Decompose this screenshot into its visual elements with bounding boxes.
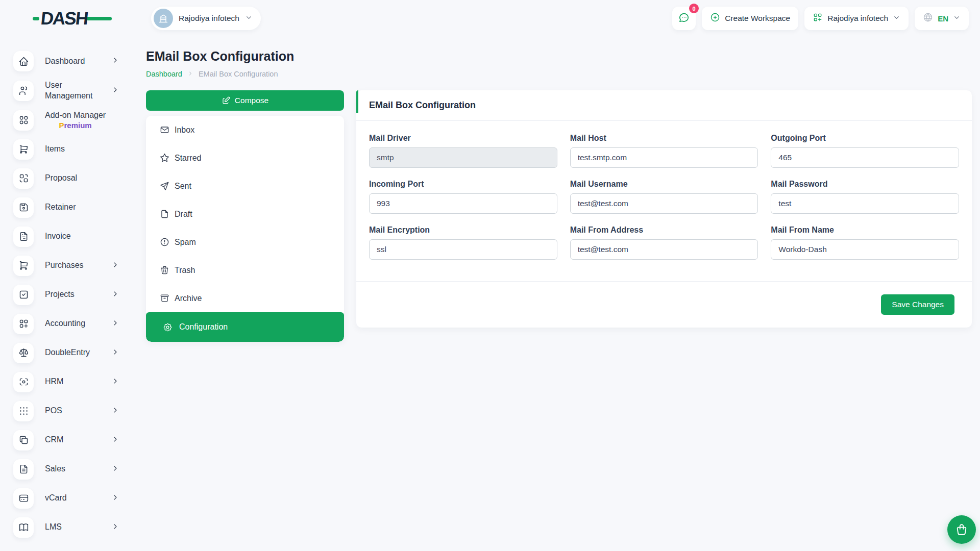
compose-button[interactable]: Compose bbox=[146, 90, 344, 111]
compose-label: Compose bbox=[235, 96, 268, 105]
sidebar-item-label: Projects bbox=[45, 289, 75, 300]
form-field-incoming-port: Incoming Port bbox=[369, 180, 557, 214]
sidebar-item-projects[interactable]: Projects bbox=[13, 285, 119, 305]
mail-folder-spam[interactable]: Spam bbox=[146, 228, 344, 256]
sidebar-item-items[interactable]: Items bbox=[13, 139, 119, 160]
sidebar-item-label: Retainer bbox=[45, 202, 76, 213]
home-icon bbox=[13, 51, 34, 71]
send-icon bbox=[160, 181, 169, 191]
mail-folder-draft[interactable]: Draft bbox=[146, 200, 344, 228]
mail-folder-label: Draft bbox=[175, 210, 192, 219]
mail-icon bbox=[160, 125, 169, 135]
sidebar-item-accounting[interactable]: Accounting bbox=[13, 314, 119, 334]
floating-shop-button[interactable] bbox=[947, 515, 976, 544]
workspace-selector-label: Rajodiya infotech bbox=[179, 14, 239, 23]
mail-folder-label: Sent bbox=[175, 182, 191, 191]
field-label: Mail Password bbox=[771, 180, 959, 189]
mail-folder-trash[interactable]: Trash bbox=[146, 256, 344, 284]
mail-folder-sent[interactable]: Sent bbox=[146, 172, 344, 200]
sidebar-item-sales[interactable]: Sales bbox=[13, 459, 119, 480]
create-workspace-button[interactable]: Create Workspace bbox=[702, 7, 798, 30]
field-label: Mail Host bbox=[570, 134, 758, 143]
workspace-menu-button[interactable]: Rajodiya infotech bbox=[804, 7, 909, 30]
edit-icon bbox=[222, 96, 231, 105]
sidebar-item-lms[interactable]: LMS bbox=[13, 517, 119, 538]
dots-grid-icon bbox=[13, 401, 34, 421]
app-logo[interactable]: DASH bbox=[0, 8, 151, 29]
card-title: EMail Box Configuration bbox=[369, 100, 476, 110]
mail-password-input[interactable] bbox=[771, 193, 959, 214]
form-field-mail-username: Mail Username bbox=[570, 180, 758, 214]
globe-icon bbox=[923, 12, 933, 22]
sidebar-item-invoice[interactable]: Invoice bbox=[13, 227, 119, 247]
mail-folder-inbox[interactable]: Inbox bbox=[146, 116, 344, 144]
field-label: Mail Encryption bbox=[369, 226, 557, 235]
chevron-down-icon bbox=[245, 14, 253, 23]
mail-from-name-input[interactable] bbox=[771, 239, 959, 260]
incoming-port-input[interactable] bbox=[369, 193, 557, 214]
outgoing-port-input[interactable] bbox=[771, 147, 959, 168]
logo-dash-accent bbox=[86, 17, 112, 20]
mail-folder-starred[interactable]: Starred bbox=[146, 144, 344, 172]
save-changes-button[interactable]: Save Changes bbox=[881, 294, 954, 315]
create-workspace-label: Create Workspace bbox=[725, 14, 790, 23]
field-label: Mail Driver bbox=[369, 134, 557, 143]
mail-from-address-input[interactable] bbox=[570, 239, 758, 260]
mail-folder-archive[interactable]: Archive bbox=[146, 284, 344, 312]
sidebar-item-label: Invoice bbox=[45, 231, 71, 242]
users-icon bbox=[13, 81, 34, 101]
main-sidebar: DashboardUser ManagementAdd-on ManagerPr… bbox=[0, 37, 146, 546]
transform-icon bbox=[13, 168, 34, 189]
sidebar-item-purchases[interactable]: Purchases bbox=[13, 256, 119, 276]
email-config-card: EMail Box Configuration Mail DriverMail … bbox=[356, 90, 972, 328]
floppy-icon bbox=[13, 197, 34, 218]
archive-icon bbox=[160, 293, 169, 303]
card-header: EMail Box Configuration bbox=[356, 90, 972, 121]
mail-host-input[interactable] bbox=[570, 147, 758, 168]
building-icon bbox=[158, 13, 168, 23]
sidebar-item-label: POS bbox=[45, 406, 62, 416]
sidebar-item-label: Add-on ManagerPremium bbox=[45, 110, 106, 131]
sidebar-item-doubleentry[interactable]: DoubleEntry bbox=[13, 343, 119, 363]
sidebar-item-crm[interactable]: CRM bbox=[13, 430, 119, 450]
sidebar-item-vcard[interactable]: vCard bbox=[13, 488, 119, 509]
plus-circle-icon bbox=[710, 12, 720, 22]
mail-folder-label: Inbox bbox=[175, 126, 194, 135]
form-field-outgoing-port: Outgoing Port bbox=[771, 134, 959, 168]
sidebar-item-hrm[interactable]: HRM bbox=[13, 372, 119, 392]
workspace-selector[interactable]: Rajodiya infotech bbox=[151, 7, 261, 30]
chevron-right-icon bbox=[111, 56, 119, 66]
file-invoice-icon bbox=[13, 227, 34, 247]
grid-plus-icon bbox=[813, 12, 823, 22]
mail-encryption-input[interactable] bbox=[369, 239, 557, 260]
breadcrumb-link-dashboard[interactable]: Dashboard bbox=[146, 70, 182, 78]
form-field-mail-driver: Mail Driver bbox=[369, 134, 557, 168]
field-label: Mail From Address bbox=[570, 226, 758, 235]
form-field-mail-host: Mail Host bbox=[570, 134, 758, 168]
chevron-right-icon bbox=[111, 290, 119, 300]
trash-icon bbox=[160, 265, 169, 275]
sidebar-item-label: Proposal bbox=[45, 173, 77, 184]
sidebar-item-dashboard[interactable]: Dashboard bbox=[13, 51, 119, 71]
mail-folders-card: InboxStarredSentDraftSpamTrashArchiveCon… bbox=[146, 116, 344, 342]
chevron-right-icon bbox=[111, 348, 119, 358]
premium-badge: Premium bbox=[45, 120, 106, 131]
sidebar-item-pos[interactable]: POS bbox=[13, 401, 119, 421]
field-label: Mail From Name bbox=[771, 226, 959, 235]
sidebar-item-label: DoubleEntry bbox=[45, 347, 90, 358]
sidebar-item-retainer[interactable]: Retainer bbox=[13, 197, 119, 218]
mail-username-input[interactable] bbox=[570, 193, 758, 214]
chevron-right-icon bbox=[111, 261, 119, 271]
chat-icon bbox=[678, 12, 690, 23]
sidebar-item-add-on-manager[interactable]: Add-on ManagerPremium bbox=[13, 110, 119, 131]
workspace-menu-label: Rajodiya infotech bbox=[827, 14, 888, 23]
mail-folder-configuration[interactable]: Configuration bbox=[146, 312, 344, 342]
mail-driver-input bbox=[369, 147, 557, 168]
language-selector[interactable]: EN bbox=[915, 7, 969, 30]
chat-button[interactable]: 0 bbox=[672, 7, 696, 30]
cart-icon bbox=[13, 256, 34, 276]
grid-plus-icon bbox=[13, 314, 34, 334]
sidebar-item-user-management[interactable]: User Management bbox=[13, 80, 119, 102]
logo-text: DASH bbox=[40, 8, 88, 29]
sidebar-item-proposal[interactable]: Proposal bbox=[13, 168, 119, 189]
